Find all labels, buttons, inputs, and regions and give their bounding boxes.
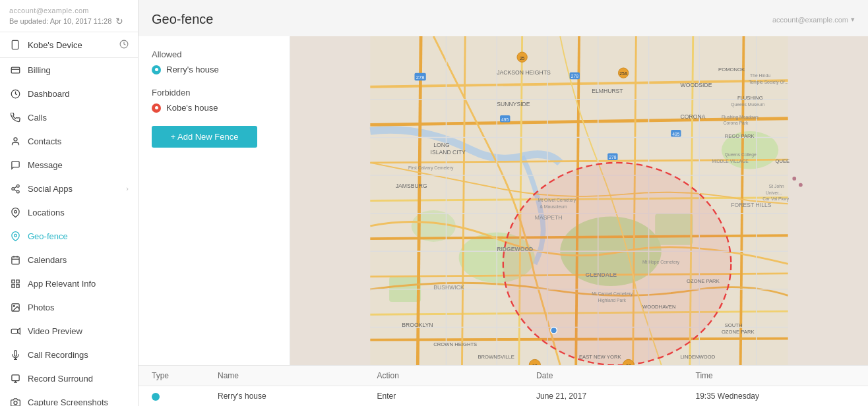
sidebar-item-label: App Relevant Info	[28, 279, 96, 289]
svg-point-31	[14, 401, 17, 404]
svg-text:EAST NEW YORK: EAST NEW YORK	[579, 354, 621, 360]
sidebar-item-call-recordings[interactable]: Call Recordings	[0, 343, 138, 366]
device-left: Kobe's Device	[9, 39, 82, 51]
svg-point-133	[551, 327, 557, 334]
svg-point-23	[13, 305, 15, 306]
svg-text:QUEE: QUEE	[775, 158, 790, 164]
svg-text:Univer...: Univer...	[766, 190, 782, 195]
sidebar-item-label: Dashboard	[28, 89, 70, 99]
screenshot-icon	[9, 396, 21, 406]
dot-inner	[155, 68, 158, 71]
svg-text:Temple Society Of...: Temple Society Of...	[749, 80, 788, 85]
calls-icon	[9, 111, 21, 123]
map-svg: JAMSBURG LONG ISLAND CITY SUNNYSIDE ELMH…	[290, 36, 868, 365]
svg-text:The Hindu: The Hindu	[750, 73, 770, 78]
sidebar-item-billing[interactable]: Billing	[0, 58, 138, 82]
clock-icon	[119, 40, 129, 51]
svg-text:POMONOK: POMONOK	[718, 67, 745, 72]
sidebar-item-dashboard[interactable]: Dashboard	[0, 82, 138, 105]
calendar-icon	[9, 254, 21, 266]
allowed-section: Allowed Rerry's house	[152, 49, 276, 74]
sidebar-item-label: Geo-fence	[28, 231, 68, 241]
type-dot	[152, 393, 160, 401]
sidebar-item-label: Video Preview	[28, 326, 82, 336]
svg-text:Car Val Pkwy: Car Val Pkwy	[762, 197, 789, 202]
sidebar-item-video-preview[interactable]: Video Preview	[0, 319, 138, 343]
svg-text:First Calvary Cemetery: First Calvary Cemetery	[408, 165, 454, 171]
svg-text:Mt Olivet Cemetery: Mt Olivet Cemetery	[538, 198, 576, 203]
sidebar-item-label: Record Surround	[28, 374, 93, 384]
svg-text:BROWNSVILLE: BROWNSVILLE	[478, 354, 514, 360]
svg-text:OZONE PARK: OZONE PARK	[722, 329, 755, 335]
svg-text:ISLAND CITY: ISLAND CITY	[430, 149, 465, 156]
header-account: account@example.com	[772, 16, 848, 24]
svg-text:495: 495	[672, 132, 679, 136]
svg-text:WOODHAVEN: WOODHAVEN	[642, 304, 675, 310]
svg-text:RIDGEWOOD: RIDGEWOOD	[497, 246, 533, 252]
record-icon	[9, 372, 21, 384]
svg-rect-21	[16, 284, 18, 287]
svg-text:GLENDALE: GLENDALE	[586, 272, 617, 278]
svg-text:JACKSON HEIGHTS: JACKSON HEIGHTS	[497, 69, 551, 76]
svg-point-9	[16, 190, 19, 193]
message-icon	[9, 159, 21, 171]
sidebar-item-label: Billing	[28, 65, 51, 75]
mic-icon	[9, 349, 21, 361]
svg-rect-18	[11, 279, 14, 282]
video-icon	[9, 325, 21, 337]
refresh-icon[interactable]: ↻	[115, 16, 123, 26]
row-name: Rerry's house	[218, 392, 377, 401]
dropdown-icon[interactable]: ▾	[851, 15, 855, 24]
svg-text:CORONA: CORONA	[681, 113, 706, 120]
svg-text:SOUTH: SOUTH	[725, 322, 743, 328]
sidebar-item-label: Calendars	[28, 255, 67, 265]
social-icon	[9, 183, 21, 194]
svg-point-6	[14, 137, 17, 140]
device-row: Kobe's Device	[0, 32, 138, 58]
sidebar-item-social-apps[interactable]: Social Apps ›	[0, 177, 138, 200]
col-time: Time	[696, 371, 855, 380]
svg-text:FLUSHING: FLUSHING	[737, 95, 763, 101]
sidebar-item-photos[interactable]: Photos	[0, 295, 138, 319]
table-row: Rerry's house Enter June 21, 2017 19:35 …	[139, 386, 868, 406]
svg-text:OZONE PARK: OZONE PARK	[687, 278, 720, 284]
sidebar-item-app-relevant[interactable]: App Relevant Info	[0, 272, 138, 295]
main-content: Geo-fence account@example.com ▾ Allowed …	[139, 0, 868, 406]
svg-rect-28	[11, 374, 18, 380]
svg-text:LINDENWOOD: LINDENWOOD	[681, 354, 716, 360]
sidebar-item-capture-screenshots[interactable]: Capture Screenshots	[0, 390, 138, 406]
sidebar-item-geo-fence[interactable]: Geo-fence	[0, 224, 138, 248]
svg-rect-14	[11, 256, 18, 264]
col-date: Date	[536, 371, 696, 380]
sidebar-item-record-surround[interactable]: Record Surround	[0, 366, 138, 390]
main-header: Geo-fence account@example.com ▾	[139, 0, 868, 36]
svg-text:Queens Museum: Queens Museum	[731, 102, 764, 107]
sidebar-item-message[interactable]: Message	[0, 153, 138, 177]
svg-text:Highland Park: Highland Park	[598, 298, 627, 303]
sidebar-item-calls[interactable]: Calls	[0, 105, 138, 129]
col-action: Action	[377, 371, 537, 380]
sidebar-item-contacts[interactable]: Contacts	[0, 129, 138, 153]
svg-text:ELMHURST: ELMHURST	[592, 88, 623, 94]
svg-text:Corona Park: Corona Park	[724, 121, 749, 125]
add-fence-button[interactable]: + Add New Fence	[152, 126, 257, 148]
svg-text:Flushing Meadows: Flushing Meadows	[722, 115, 759, 120]
svg-text:Mt Hope Cemetery: Mt Hope Cemetery	[642, 260, 680, 265]
location-icon	[9, 206, 21, 218]
svg-text:SUNNYSIDE: SUNNYSIDE	[497, 101, 530, 107]
device-icon	[9, 39, 21, 51]
forbidden-section: Forbidden Kobe's house	[152, 88, 276, 113]
page-title: Geo-fence	[152, 12, 213, 27]
sidebar-item-calendars[interactable]: Calendars	[0, 248, 138, 272]
sidebar-item-locations[interactable]: Locations	[0, 200, 138, 224]
allowed-dot	[152, 65, 161, 74]
sidebar-item-label: Photos	[28, 303, 54, 312]
forbidden-item: Kobe's house	[152, 103, 276, 113]
svg-text:REGO PARK: REGO PARK	[725, 133, 755, 139]
sidebar-item-label: Message	[28, 160, 63, 170]
last-updated: Be updated: Apr 10, 2017 11:28 ↻	[9, 16, 129, 26]
forbidden-dot	[152, 103, 161, 113]
svg-point-7	[16, 185, 19, 187]
allowed-item: Rerry's house	[152, 65, 276, 74]
row-time: 19:35 Wednesday	[696, 392, 855, 401]
